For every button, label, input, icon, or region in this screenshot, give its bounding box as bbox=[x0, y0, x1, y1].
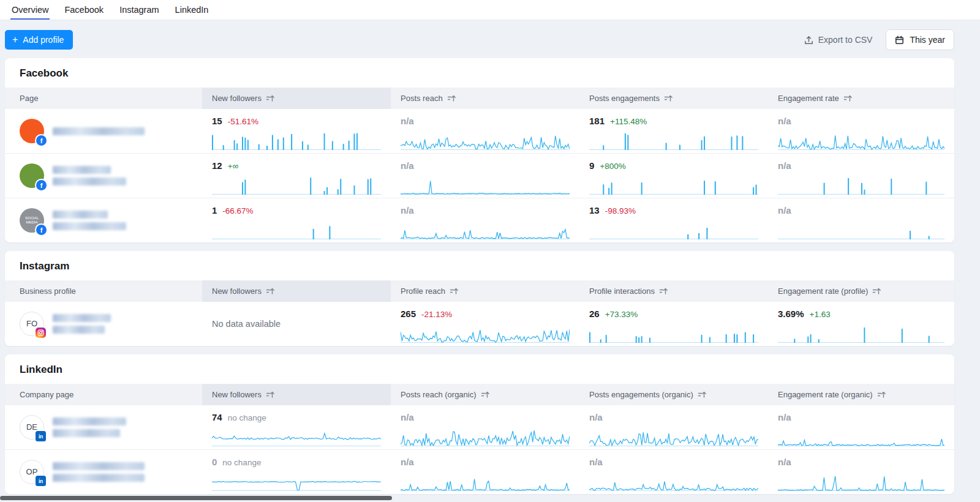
metric-cell: n/a bbox=[768, 405, 954, 449]
metric-value: n/a bbox=[401, 116, 414, 126]
metric-delta: -21.13% bbox=[421, 310, 452, 319]
facebook-badge-icon: f bbox=[36, 225, 47, 235]
horizontal-scrollbar-thumb[interactable] bbox=[0, 496, 392, 500]
metric-cell: 181+115.48% bbox=[579, 109, 768, 153]
profile-cell[interactable]: OPin bbox=[5, 450, 202, 494]
date-range-label: This year bbox=[910, 35, 945, 45]
metric-cell-empty: No data available bbox=[202, 302, 391, 346]
metric-cell: n/a bbox=[391, 109, 579, 153]
metric-value: n/a bbox=[778, 412, 791, 422]
avatar-text: OP bbox=[26, 468, 38, 477]
column-label: New followers bbox=[212, 94, 262, 103]
sparkline-chart bbox=[401, 324, 570, 343]
profile-row: SOCIAL MEDIAf1-66.67%n/a13-98.93%n/a bbox=[5, 198, 954, 242]
redacted-text-line bbox=[53, 462, 145, 470]
sort-icon bbox=[447, 94, 456, 102]
sparkline-chart bbox=[589, 132, 758, 150]
redacted-text-line bbox=[53, 127, 145, 135]
metric-cell: 12+∞ bbox=[202, 154, 391, 198]
sort-icon bbox=[872, 287, 881, 295]
section-title-instagram: Instagram bbox=[5, 251, 954, 280]
add-profile-button[interactable]: + Add profile bbox=[5, 30, 73, 50]
export-icon bbox=[804, 36, 813, 45]
profile-name-redacted bbox=[53, 166, 126, 185]
metric-cell: n/a bbox=[391, 450, 579, 494]
export-csv-label: Export to CSV bbox=[818, 35, 873, 45]
column-label: Company page bbox=[20, 390, 74, 399]
sparkline-chart bbox=[589, 473, 758, 491]
metric-cell: n/a bbox=[768, 109, 954, 153]
tab-instagram[interactable]: Instagram bbox=[111, 0, 167, 20]
metric-value: n/a bbox=[589, 457, 603, 467]
metric-delta: no change bbox=[222, 458, 261, 467]
column-header-new-followers[interactable]: New followers bbox=[202, 88, 391, 109]
column-label: Business profile bbox=[20, 287, 76, 296]
date-range-button[interactable]: This year bbox=[886, 29, 954, 50]
column-header-new-followers[interactable]: New followers bbox=[202, 280, 391, 302]
social-tracker-page: OverviewFacebookInstagramLinkedIn + Add … bbox=[0, 0, 980, 494]
sparkline-chart bbox=[401, 473, 570, 491]
profile-name-redacted bbox=[53, 418, 126, 437]
top-tabs: OverviewFacebookInstagramLinkedIn bbox=[0, 0, 980, 20]
profile-cell[interactable]: FO bbox=[5, 302, 202, 346]
metric-cell: 9+800% bbox=[579, 154, 768, 198]
column-header-new-followers[interactable]: New followers bbox=[202, 384, 391, 405]
toolbar: + Add profile Export to CSV This year bbox=[0, 20, 980, 58]
column-header-engagement-rate[interactable]: Engagement rate bbox=[768, 88, 954, 109]
column-header-posts-reach[interactable]: Posts reach bbox=[391, 88, 579, 109]
profile-cell[interactable]: f bbox=[5, 154, 202, 198]
table-header: Company pageNew followersPosts reach (or… bbox=[5, 384, 954, 405]
column-label: Posts reach (organic) bbox=[401, 390, 477, 399]
tab-facebook[interactable]: Facebook bbox=[56, 0, 111, 20]
metric-value: n/a bbox=[778, 160, 791, 171]
column-header-profile-interactions[interactable]: Profile interactions bbox=[579, 280, 768, 302]
tab-overview[interactable]: Overview bbox=[4, 0, 56, 20]
column-label: Engagement rate (profile) bbox=[778, 287, 868, 296]
section-linkedin: LinkedInCompany pageNew followersPosts r… bbox=[5, 354, 954, 494]
metric-cell: 3.69%+1.63 bbox=[768, 302, 954, 346]
column-header-profile-reach[interactable]: Profile reach bbox=[391, 280, 579, 302]
plus-icon: + bbox=[12, 35, 18, 45]
profile-name-redacted bbox=[53, 211, 126, 230]
sparkline-chart bbox=[212, 132, 381, 150]
sort-icon bbox=[266, 94, 275, 102]
column-header-posts-engagements[interactable]: Posts engagements bbox=[579, 88, 768, 109]
sparkline-chart bbox=[778, 428, 944, 446]
column-label: Profile interactions bbox=[589, 287, 655, 296]
profile-cell[interactable]: DEin bbox=[5, 405, 202, 449]
redacted-text-line bbox=[53, 326, 105, 334]
profile-avatar: DEin bbox=[20, 415, 44, 440]
tab-linkedin[interactable]: LinkedIn bbox=[167, 0, 217, 20]
metric-cell: n/a bbox=[768, 198, 954, 242]
column-header-engagement-rate-organic[interactable]: Engagement rate (organic) bbox=[768, 384, 954, 405]
avatar-text: SOCIAL MEDIA bbox=[20, 216, 44, 225]
metric-value: 26 bbox=[589, 309, 600, 319]
column-header-page: Page bbox=[5, 88, 202, 109]
sparkline-chart bbox=[589, 428, 758, 446]
sparkline-chart bbox=[401, 132, 570, 150]
sort-icon bbox=[450, 287, 459, 295]
sort-icon bbox=[266, 287, 275, 295]
profile-cell[interactable]: f bbox=[5, 109, 202, 153]
profile-avatar: OPin bbox=[20, 460, 44, 484]
sort-icon bbox=[481, 391, 490, 399]
export-csv-button[interactable]: Export to CSV bbox=[804, 35, 873, 45]
sparkline-chart bbox=[212, 473, 381, 491]
metric-value: n/a bbox=[778, 457, 791, 467]
sparkline-chart bbox=[778, 473, 944, 491]
profile-avatar: FO bbox=[20, 312, 44, 336]
metric-delta: no change bbox=[228, 413, 266, 422]
profile-cell[interactable]: SOCIAL MEDIAf bbox=[5, 198, 202, 242]
redacted-text-line bbox=[53, 178, 126, 185]
column-header-posts-reach-organic[interactable]: Posts reach (organic) bbox=[391, 384, 579, 405]
sparkline-chart bbox=[212, 176, 381, 195]
profile-name-redacted bbox=[53, 314, 111, 334]
metric-value: 74 bbox=[212, 412, 222, 422]
redacted-text-line bbox=[53, 314, 111, 322]
column-header-engagement-rate-profile[interactable]: Engagement rate (profile) bbox=[768, 280, 954, 302]
profile-avatar: SOCIAL MEDIAf bbox=[20, 208, 44, 233]
facebook-badge-icon: f bbox=[36, 135, 47, 146]
column-label: Posts engagements bbox=[589, 94, 660, 103]
profile-avatar: f bbox=[20, 163, 44, 188]
column-header-posts-engagements-organic[interactable]: Posts engagements (organic) bbox=[579, 384, 768, 405]
